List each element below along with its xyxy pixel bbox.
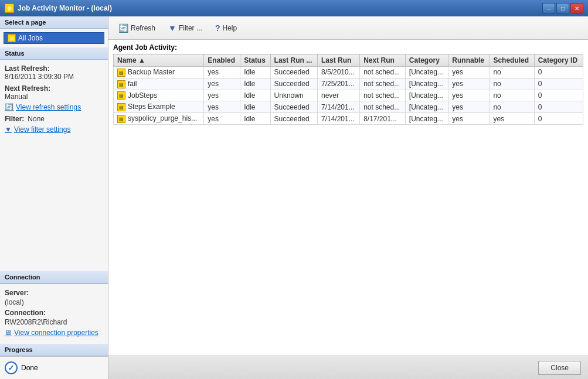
view-connection-label: View connection properties [14,329,98,337]
cell-name: ▤JobSteps [114,90,204,101]
status-section: Last Refresh: 8/16/2011 3:09:30 PM Next … [0,60,108,271]
cell-runnable: yes [448,78,490,90]
cell-status: Idle [240,78,270,90]
cell-category-id: 0 [534,78,583,90]
table-row[interactable]: ▤JobStepsyesIdleUnknownnevernot sched...… [114,90,583,101]
done-checkmark-icon: ✓ [5,361,18,374]
filter-value: None [28,115,45,123]
table-row[interactable]: ▤Steps ExampleyesIdleSucceeded7/14/201..… [114,101,583,113]
cell-enabled: yes [204,90,240,101]
done-label: Done [21,364,38,372]
job-table: Name ▲ Enabled Status Last Run ... Last … [113,54,583,125]
cell-last-run-outcome: Succeeded [270,67,317,78]
col-header-name[interactable]: Name ▲ [114,54,204,67]
window-close-button[interactable]: ✕ [570,3,583,13]
progress-section: ✓ Done [0,356,108,379]
cell-enabled: yes [204,101,240,113]
cell-next-run: 8/17/201... [360,113,406,125]
cell-scheduled: no [490,90,534,101]
table-row[interactable]: ▤syspolicy_purge_his...yesIdleSucceeded7… [114,113,583,125]
table-row[interactable]: ▤failyesIdleSucceeded7/25/201...not sche… [114,78,583,90]
job-icon: ▤ [117,91,125,100]
help-button[interactable]: ? Help [210,21,242,35]
view-refresh-label: View refresh settings [16,103,81,111]
minimize-button[interactable]: – [542,3,555,13]
col-header-scheduled[interactable]: Scheduled [490,54,534,67]
filter-icon: ▼ [168,23,176,33]
view-filter-settings-link[interactable]: ▼ View filter settings [5,125,103,134]
connection-label: Connection: [5,309,103,317]
cell-category-id: 0 [534,101,583,113]
cell-last-run-outcome: Succeeded [270,101,317,113]
content-area: Agent Job Activity: Name ▲ Enabled Statu… [108,40,588,356]
close-button[interactable]: Close [538,361,581,375]
help-icon: ? [215,23,220,33]
job-icon: ▤ [117,80,125,88]
filter-label: Filter: [5,115,24,123]
col-header-enabled[interactable]: Enabled [204,54,240,67]
refresh-link-icon: 🔄 [5,103,13,111]
cell-runnable: yes [448,67,490,78]
cell-name: ▤Steps Example [114,101,204,113]
select-page-section: ▤ All Jobs [0,29,108,47]
cell-scheduled: no [490,67,534,78]
cell-category-id: 0 [534,90,583,101]
job-icon: ▤ [117,115,125,123]
cell-runnable: yes [448,113,490,125]
title-bar-text: Job Activity Monitor - (local) [18,4,112,12]
cell-category: [Uncateg... [405,113,448,125]
app-icon: ⚙ [5,4,14,13]
cell-name: ▤Backup Master [114,67,204,78]
view-refresh-settings-link[interactable]: 🔄 View refresh settings [5,103,103,111]
connection-value: RW2008R2\Richard [5,318,103,326]
cell-scheduled: no [490,101,534,113]
col-header-status[interactable]: Status [240,54,270,67]
toolbar: 🔄 Refresh ▼ Filter ... ? Help [108,16,588,40]
window-controls: – □ ✕ [542,3,583,13]
restore-button[interactable]: □ [556,3,569,13]
cell-runnable: yes [448,90,490,101]
last-refresh-label: Last Refresh: [5,64,103,73]
table-row[interactable]: ▤Backup MasteryesIdleSucceeded8/5/2010..… [114,67,583,78]
all-jobs-label: All Jobs [18,34,43,42]
cell-last-run-outcome: Succeeded [270,78,317,90]
cell-enabled: yes [204,113,240,125]
server-label: Server: [5,289,103,297]
right-panel: 🔄 Refresh ▼ Filter ... ? Help Agent Job … [108,16,588,379]
col-header-category-id[interactable]: Category ID [534,54,583,67]
status-header: Status [0,47,108,60]
sidebar-item-all-jobs[interactable]: ▤ All Jobs [4,32,104,44]
left-panel: Select a page ▤ All Jobs Status Last Ref… [0,16,108,379]
help-label: Help [222,24,237,32]
filter-link-icon: ▼ [5,125,12,134]
job-icon: ▤ [117,69,125,77]
cell-status: Idle [240,101,270,113]
col-header-last-run[interactable]: Last Run [317,54,359,67]
cell-category-id: 0 [534,67,583,78]
cell-next-run: not sched... [360,101,406,113]
all-jobs-icon: ▤ [8,34,16,42]
server-value: (local) [5,298,103,306]
cell-status: Idle [240,67,270,78]
col-header-runnable[interactable]: Runnable [448,54,490,67]
cell-enabled: yes [204,67,240,78]
connection-link-icon: 🖥 [5,329,12,337]
filter-button[interactable]: ▼ Filter ... [163,21,208,35]
cell-last-run: 7/14/201... [317,113,359,125]
job-icon: ▤ [117,103,125,111]
cell-scheduled: yes [490,113,534,125]
refresh-button[interactable]: 🔄 Refresh [113,21,161,35]
cell-name: ▤fail [114,78,204,90]
col-header-next-run[interactable]: Next Run [360,54,406,67]
cell-last-run-outcome: Succeeded [270,113,317,125]
cell-last-run: never [317,90,359,101]
col-header-category[interactable]: Category [405,54,448,67]
col-header-last-run-outcome[interactable]: Last Run ... [270,54,317,67]
cell-category-id: 0 [534,113,583,125]
cell-last-run-outcome: Unknown [270,90,317,101]
connection-header: Connection [0,271,108,284]
cell-name: ▤syspolicy_purge_his... [114,113,204,125]
view-connection-properties-link[interactable]: 🖥 View connection properties [5,329,103,337]
next-refresh-label: Next Refresh: [5,84,103,93]
bottom-bar: Close [108,356,588,379]
